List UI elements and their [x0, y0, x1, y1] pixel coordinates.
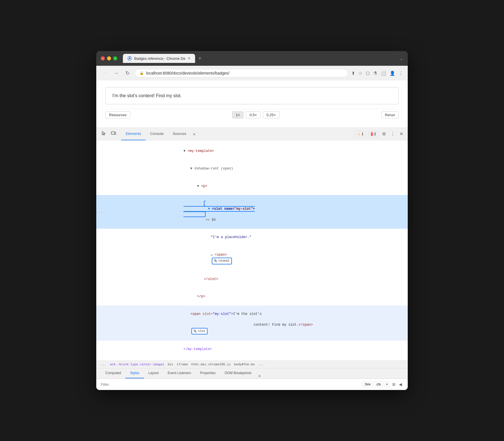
error-count: 2: [374, 132, 376, 136]
speed-1x-button[interactable]: 1×: [232, 111, 244, 118]
hov-button[interactable]: :hov: [362, 381, 373, 387]
breadcrumb-bar: ... ack--block.type.center-images div if…: [96, 361, 408, 368]
tab-properties[interactable]: Properties: [196, 368, 220, 378]
slot-badge-label: slot: [198, 329, 205, 334]
svg-line-4: [128, 59, 129, 60]
maximize-button[interactable]: [113, 56, 117, 60]
dom-line-p-open[interactable]: ▼ <p>: [96, 177, 408, 195]
tab-menu-button[interactable]: ⌄: [400, 56, 403, 61]
tab-bar: Badges reference - Chrome De ✕ + ⌄: [123, 54, 403, 63]
lab-icon[interactable]: ⚗: [373, 71, 377, 76]
dom-line-my-template[interactable]: ▼ <my-template>: [96, 143, 408, 160]
bookmark-icon[interactable]: ☆: [358, 71, 362, 76]
svg-rect-8: [215, 261, 217, 262]
chrome-icon: [127, 56, 132, 61]
cursor-icon: [101, 131, 106, 136]
menu-icon[interactable]: ⋮: [399, 71, 403, 76]
close-button[interactable]: [101, 56, 105, 60]
cls-button[interactable]: .cls: [374, 381, 383, 387]
warning-icon: ⚠: [357, 132, 360, 136]
filter-input[interactable]: [101, 382, 360, 387]
grid-icon-button[interactable]: ⊞: [391, 381, 397, 388]
dom-line-my-template-close[interactable]: </my-template>: [96, 341, 408, 358]
warning-badge[interactable]: ⚠ 1: [355, 131, 366, 137]
tab-title: Badges reference - Chrome De: [134, 56, 185, 61]
svg-point-1: [129, 58, 131, 59]
speed-05x-button[interactable]: 0.5×: [246, 111, 260, 118]
sidebar-toggle-icon[interactable]: ◀: [398, 381, 403, 388]
devtools-badges: ⚠ 1 ! 2 ⚙ ⋮ ✕: [355, 130, 404, 138]
extensions-icon[interactable]: ⬡: [366, 71, 370, 76]
breadcrumb-body[interactable]: body#the-bo: [234, 362, 255, 366]
dom-viewer: ▼ <my-template> ▼ #shadow-root (open) ▼ …: [96, 140, 408, 361]
tab-dom-breakpoints[interactable]: DOM Breakpoints: [220, 368, 256, 378]
new-tab-button[interactable]: +: [196, 54, 204, 63]
slot-content-text: I'm the slot's content! Find my slot.: [112, 93, 181, 98]
tab-close-button[interactable]: ✕: [188, 56, 191, 60]
rerun-button[interactable]: Rerun: [381, 111, 399, 118]
devtools-panel: Elements Console Sources » ⚠ 1 ! 2: [96, 128, 408, 390]
warning-count: 1: [362, 132, 364, 136]
devtools-toolbar: Elements Console Sources » ⚠ 1 ! 2: [96, 128, 408, 140]
bottom-tabs: Computed Styles Layout Event Listeners P…: [96, 368, 408, 379]
breadcrumb-ellipsis-2[interactable]: ...: [258, 362, 264, 366]
share-icon[interactable]: ⬆: [351, 71, 355, 76]
settings-icon[interactable]: ⚙: [381, 130, 387, 138]
tab-styles[interactable]: Styles: [125, 368, 144, 378]
more-tabs-button[interactable]: »: [191, 132, 198, 137]
minimize-button[interactable]: [107, 56, 111, 60]
tab-computed[interactable]: Computed: [101, 368, 125, 378]
breadcrumb-ellipsis-1[interactable]: ...: [101, 362, 106, 366]
svg-line-3: [131, 59, 131, 60]
dom-line-span-slot[interactable]: <span slot="my-slot">I'm the slot's cont…: [96, 306, 408, 341]
breadcrumb-iframe[interactable]: iframe: [177, 362, 188, 366]
forward-button[interactable]: →: [112, 70, 120, 76]
browser-window: Badges reference - Chrome De ✕ + ⌄ ← → ↻…: [96, 51, 408, 390]
dom-line-p-close[interactable]: </p>: [96, 288, 408, 306]
error-icon: !: [371, 132, 373, 136]
tab-layout[interactable]: Layout: [144, 368, 163, 378]
tab-elements[interactable]: Elements: [121, 128, 146, 140]
svg-rect-5: [111, 132, 115, 134]
back-button[interactable]: ←: [101, 70, 109, 76]
breadcrumb-html[interactable]: html.mac.chrome106.js: [191, 362, 231, 366]
speed-025x-button[interactable]: 0.25×: [263, 111, 279, 118]
inspect-element-icon[interactable]: [100, 129, 108, 139]
dom-line-slot-selected[interactable]: ... ▼ <slot name="my-slot"> == $0: [96, 195, 408, 229]
slot-badge[interactable]: slot: [191, 328, 208, 335]
bottom-tabs-more[interactable]: »: [257, 373, 262, 378]
reload-button[interactable]: ↻: [123, 70, 131, 76]
page-content: I'm the slot's content! Find my slot. Re…: [96, 80, 408, 128]
profile-icon[interactable]: 👤: [390, 71, 395, 76]
svg-rect-6: [115, 132, 116, 134]
close-devtools-icon[interactable]: ✕: [398, 130, 404, 138]
plus-button[interactable]: +: [384, 381, 390, 387]
address-icons: ⬆ ☆ ⬡ ⚗ ⬜ 👤 ⋮: [351, 71, 403, 76]
dom-line-reveal[interactable]: ↵ <span> reveal: [96, 246, 408, 271]
url-text: localhost:8080/docs/devtools/elements/ba…: [146, 71, 229, 75]
dom-line-slot-close[interactable]: </slot>: [96, 271, 408, 288]
tab-console[interactable]: Console: [146, 128, 168, 140]
error-badge[interactable]: ! 2: [368, 131, 379, 137]
dom-line-shadow-root[interactable]: ▼ #shadow-root (open): [96, 160, 408, 178]
dom-line-placeholder[interactable]: "I'm a placeholder.": [96, 229, 408, 246]
breadcrumb-block-type[interactable]: ack--block.type.center-images: [110, 362, 164, 366]
reveal-badge[interactable]: reveal: [212, 258, 232, 264]
slot-content-box: I'm the slot's content! Find my slot.: [105, 87, 399, 104]
url-bar[interactable]: 🔒 localhost:8080/docs/devtools/elements/…: [135, 69, 348, 77]
active-tab[interactable]: Badges reference - Chrome De ✕: [123, 54, 195, 63]
filter-bar: :hov .cls + ⊞ ◀: [96, 379, 408, 390]
filter-buttons: :hov .cls + ⊞ ◀: [362, 381, 403, 388]
more-options-icon[interactable]: ⋮: [389, 130, 396, 138]
lock-icon: 🔒: [140, 71, 144, 75]
traffic-lights: [101, 56, 117, 60]
device-toggle-icon[interactable]: [109, 129, 118, 139]
reveal-badge-icon: [214, 259, 217, 262]
breadcrumb-div[interactable]: div: [168, 362, 173, 366]
tab-event-listeners[interactable]: Event Listeners: [163, 368, 196, 378]
reveal-badge-label: reveal: [218, 258, 230, 264]
slot-badge-icon: [194, 330, 197, 333]
window-icon[interactable]: ⬜: [381, 71, 386, 76]
resources-button[interactable]: Resources: [105, 111, 130, 118]
tab-sources[interactable]: Sources: [168, 128, 191, 140]
